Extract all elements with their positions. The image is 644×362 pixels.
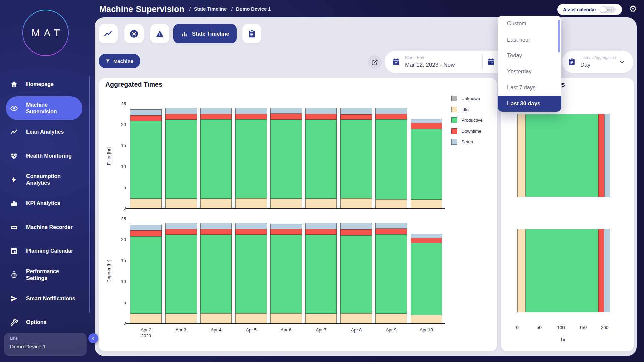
interval-label: Interval Aggregation xyxy=(580,55,616,60)
sidebar-item-homepage[interactable]: Homepage xyxy=(6,72,82,96)
y-tick: 5 xyxy=(112,185,126,190)
menu-item-last-7-days[interactable]: Last 7 days xyxy=(498,79,561,96)
x-tick: 0 xyxy=(516,325,519,331)
interval-aggregation-field[interactable]: Interval Aggregation Day xyxy=(562,51,633,73)
tab-stops[interactable] xyxy=(124,24,144,43)
bar-segment-setup xyxy=(270,108,302,113)
bar-segment-productive xyxy=(305,120,337,199)
bar-segment-downtime xyxy=(375,229,407,234)
sidebar-item-machine-supervision[interactable]: Machine Supervision xyxy=(6,96,82,120)
bar-segment-idle xyxy=(130,314,162,323)
tab-label: State Timeline xyxy=(192,31,229,37)
tab-trends[interactable] xyxy=(99,24,118,43)
heart-pulse-icon xyxy=(10,152,18,160)
home-icon xyxy=(10,80,18,88)
legend-label: Unknown xyxy=(461,96,480,101)
menu-scrollbar[interactable] xyxy=(558,20,560,52)
bar-segment-idle xyxy=(305,199,337,208)
machine-filter-button[interactable]: Machine xyxy=(99,54,140,68)
settings-gear-icon[interactable]: ⚙ xyxy=(628,4,638,14)
sidebar-item-machine-recorder[interactable]: Machine Recorder xyxy=(6,215,82,239)
sidebar-item-label: Lean Analytics xyxy=(26,129,64,135)
bar-segment-productive xyxy=(375,234,407,314)
bar-segment-setup xyxy=(305,108,337,114)
bar-segment-downtime xyxy=(130,115,162,121)
sidebar-item-consumption-analytics[interactable]: Consumption Analytics xyxy=(6,168,82,191)
y-tick: 20 xyxy=(112,237,126,242)
bar-segment-downtime xyxy=(270,229,302,235)
sidebar-item-label: Machine Supervision xyxy=(26,102,76,114)
legend-item-setup: Setup xyxy=(451,139,473,145)
y-tick: 25 xyxy=(112,101,126,106)
sidebar-item-kpi-analytics[interactable]: KPI Analytics xyxy=(6,191,82,215)
hbar-segment-downtime xyxy=(598,114,604,197)
x-axis-line xyxy=(126,323,445,324)
sidebar-item-smart-notifications[interactable]: Smart Notifications xyxy=(6,287,82,310)
hbar-segment-idle xyxy=(517,229,526,312)
bolt-icon xyxy=(10,176,18,184)
bar-segment-productive xyxy=(340,235,372,313)
sidebar-scrollbar[interactable] xyxy=(89,76,90,313)
bar-segment-downtime xyxy=(411,123,442,129)
menu-item-yesterday[interactable]: Yesterday xyxy=(498,64,561,80)
bar-segment-productive xyxy=(165,235,197,314)
menu-item-last-hour[interactable]: Last hour xyxy=(498,32,561,48)
sidebar-item-options[interactable]: Options xyxy=(6,310,82,334)
bar-segment-setup xyxy=(375,108,407,114)
send-icon xyxy=(10,295,18,303)
bar-chart-icon xyxy=(10,199,18,207)
legend-label: Idle xyxy=(461,107,469,112)
hbar-segment-downtime xyxy=(598,229,604,312)
asset-calendar-toggle-pill[interactable]: Asset calendar OFF xyxy=(557,4,622,15)
menu-item-last-30-days[interactable]: Last 30 days xyxy=(498,96,561,112)
x-tick: Apr 4 xyxy=(211,327,221,333)
bar-segment-downtime xyxy=(411,238,442,243)
bar-segment-idle xyxy=(411,315,442,323)
bar-segment-productive xyxy=(235,119,267,198)
bar-segment-downtime xyxy=(235,229,267,235)
bar-segment-setup xyxy=(375,223,407,228)
sidebar-item-planning-calendar[interactable]: Planning Calendar xyxy=(6,239,82,263)
menu-item-today[interactable]: Today xyxy=(498,48,561,64)
x-tick: 100 xyxy=(557,325,565,331)
sidebar-item-lean-analytics[interactable]: Lean Analytics xyxy=(6,120,82,144)
asset-calendar-label: Asset calendar xyxy=(563,7,596,12)
menu-item-custom[interactable]: Custom xyxy=(498,16,561,32)
sidebar-nav: HomepageMachine SupervisionLean Analytic… xyxy=(0,72,91,334)
sidebar-item-health-monitoring[interactable]: Health Monitoring xyxy=(6,144,82,168)
y-tick: 5 xyxy=(112,300,126,305)
tab-state-timeline[interactable]: State Timeline xyxy=(173,24,237,43)
hbar-segment-setup xyxy=(604,114,610,197)
sidebar-item-label: Performance Settings xyxy=(26,268,76,281)
legend-label: Downtime xyxy=(461,129,481,134)
warning-icon xyxy=(155,29,164,38)
hbar-segment-productive xyxy=(526,229,598,312)
calendar-dots-icon[interactable] xyxy=(487,58,495,66)
sidebar-item-label: Planning Calendar xyxy=(26,248,73,254)
y-tick: 20 xyxy=(112,122,126,127)
y-tick: 25 xyxy=(112,216,126,221)
toggle-state-label: OFF xyxy=(607,8,613,12)
tab-reports[interactable] xyxy=(242,24,261,43)
hbar-segment-idle xyxy=(517,114,526,197)
open-external-button[interactable] xyxy=(368,55,382,69)
bar-segment-productive xyxy=(200,119,232,199)
recorder-icon xyxy=(10,223,18,231)
legend-swatch xyxy=(451,96,457,101)
tab-alarms[interactable] xyxy=(150,24,169,43)
bar-segment-setup xyxy=(411,119,442,123)
asset-calendar-switch[interactable]: OFF xyxy=(600,6,616,13)
bar-segment-idle xyxy=(270,199,302,208)
device-selector-card[interactable]: Line Demo Device 1 xyxy=(4,333,87,356)
bar-segment-setup xyxy=(305,223,337,229)
bar-segment-idle xyxy=(305,314,337,323)
bar-segment-downtime xyxy=(200,114,232,119)
sidebar-item-performance-settings[interactable]: Performance Settings xyxy=(6,263,82,287)
external-link-icon xyxy=(371,59,378,66)
calendar-icon xyxy=(10,247,18,255)
x-tick: 200 xyxy=(601,325,609,331)
legend-swatch xyxy=(451,117,457,123)
stopwatch-icon xyxy=(10,271,18,279)
bar-segment-idle xyxy=(165,314,197,323)
sidebar-collapse-button[interactable] xyxy=(88,333,98,343)
